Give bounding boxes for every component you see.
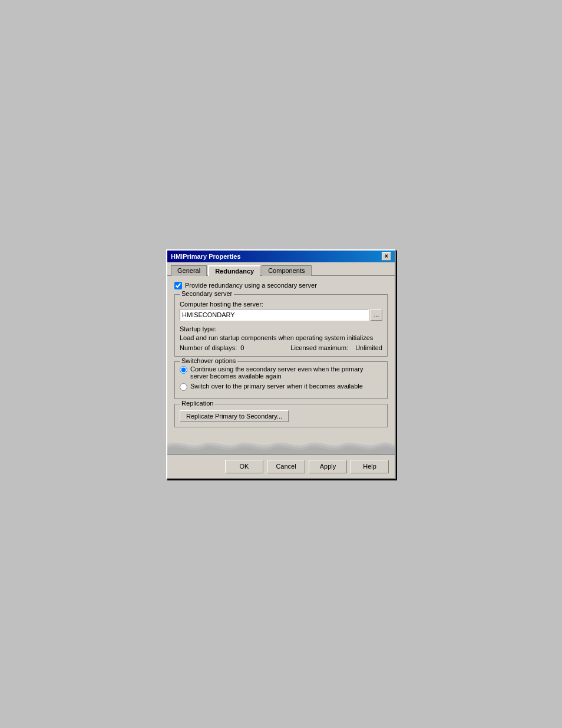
cancel-button[interactable]: Cancel	[267, 460, 305, 473]
num-displays-value: 0	[240, 344, 244, 351]
switchover-group-label: Switchover options	[180, 357, 237, 364]
displays-row: Number of displays: 0 Licensed maximum: …	[180, 344, 382, 351]
apply-button[interactable]: Apply	[309, 460, 347, 473]
tab-general[interactable]: General	[171, 265, 207, 276]
radio-option-2-row: Switch over to the primary server when i…	[180, 383, 382, 391]
licensed-max-value: Unlimited	[355, 344, 382, 351]
computer-input-row: ...	[180, 309, 382, 321]
browse-button[interactable]: ...	[371, 309, 382, 321]
startup-type-label: Startup type:	[180, 325, 382, 332]
ok-button[interactable]: OK	[225, 460, 263, 473]
redundancy-checkbox-label: Provide redundancy using a secondary ser…	[185, 282, 317, 289]
radio-option-2[interactable]	[180, 383, 187, 391]
computer-hosting-label: Computer hosting the server:	[180, 301, 382, 308]
secondary-server-group: Secondary server Computer hosting the se…	[174, 294, 388, 357]
tab-components[interactable]: Components	[262, 265, 311, 276]
computer-hosting-input[interactable]	[180, 309, 369, 321]
title-bar: HMIPrimary Properties ×	[167, 251, 395, 262]
switchover-group: Switchover options Continue using the se…	[174, 361, 388, 399]
radio-option-1[interactable]	[180, 366, 187, 374]
help-button[interactable]: Help	[351, 460, 389, 473]
tab-content: Provide redundancy using a secondary ser…	[167, 276, 395, 438]
secondary-server-group-label: Secondary server	[180, 290, 234, 297]
replication-group: Replication Replicate Primary to Seconda…	[174, 404, 388, 427]
close-button[interactable]: ×	[382, 252, 391, 261]
redundancy-checkbox[interactable]	[174, 282, 182, 289]
licensed-max-label: Licensed maximum:	[290, 344, 348, 351]
tabs-bar: General Redundancy Components	[167, 262, 395, 276]
num-displays-label: Number of displays:	[180, 344, 237, 351]
radio-option-1-label: Continue using the secondary server even…	[190, 365, 382, 380]
radio-option-2-label: Switch over to the primary server when i…	[190, 383, 363, 390]
redundancy-checkbox-row: Provide redundancy using a secondary ser…	[174, 282, 388, 289]
dialog-title: HMIPrimary Properties	[171, 253, 241, 260]
button-bar: OK Cancel Apply Help	[167, 454, 395, 478]
radio-option-1-row: Continue using the secondary server even…	[180, 365, 382, 380]
tab-redundancy[interactable]: Redundancy	[208, 265, 260, 276]
wave-decoration	[167, 438, 395, 454]
properties-dialog: HMIPrimary Properties × General Redundan…	[166, 249, 396, 479]
replication-group-label: Replication	[180, 400, 215, 407]
startup-type-value: Load and run startup components when ope…	[180, 334, 382, 341]
replicate-button[interactable]: Replicate Primary to Secondary...	[180, 410, 289, 422]
